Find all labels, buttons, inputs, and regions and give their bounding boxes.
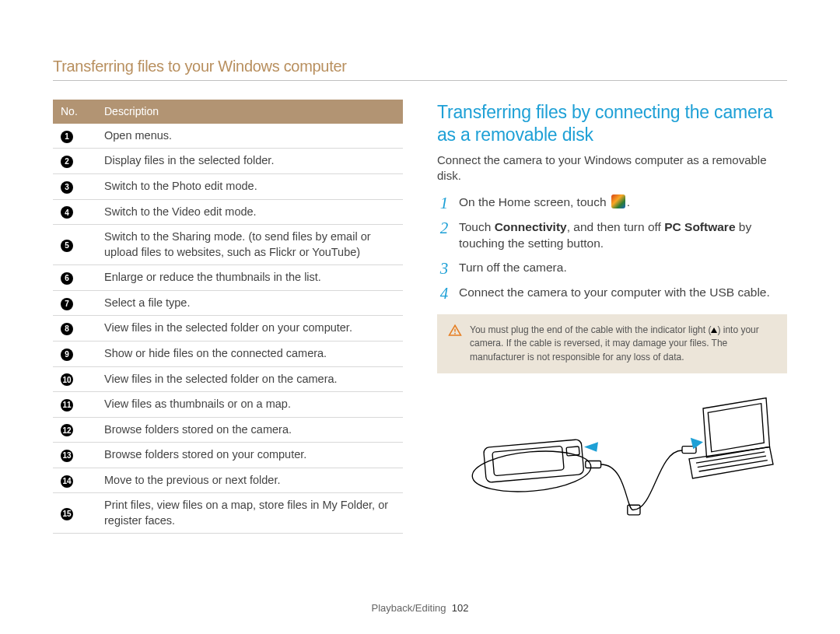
table-row: 1Open menus. [53, 124, 403, 149]
row-description: Browse folders stored on your computer. [96, 443, 403, 468]
row-number: 13 [53, 443, 96, 468]
table-row: 10View files in the selected folder on t… [53, 366, 403, 392]
step-text: On the Home screen, touch [459, 195, 610, 208]
page: Transferring files to your Windows compu… [0, 0, 840, 634]
footer: Playback/Editing 102 [0, 602, 840, 614]
number-bullet-icon: 6 [61, 272, 73, 285]
row-number: 8 [53, 316, 96, 342]
caution-box: You must plug the end of the cable with … [437, 314, 787, 373]
caution-text: You must plug the end of the cable with … [470, 324, 776, 364]
row-number: 5 [53, 225, 96, 265]
svg-marker-13 [691, 438, 703, 449]
svg-point-1 [454, 333, 456, 335]
right-column: Transferring files by connecting the cam… [437, 100, 787, 534]
step-text: . [627, 195, 630, 208]
step-item: 2 Touch Connectivity, and then turn off … [437, 219, 787, 252]
number-bullet-icon: 2 [61, 156, 73, 168]
step-number: 2 [437, 220, 451, 252]
number-bullet-icon: 14 [61, 475, 73, 488]
table-row: 15Print files, view files on a map, stor… [53, 493, 403, 534]
columns: No. Description 1Open menus. 2Display fi… [53, 100, 787, 534]
svg-marker-12 [584, 442, 598, 452]
table-row: 6Enlarge or reduce the thumbnails in the… [53, 265, 403, 291]
svg-rect-3 [483, 440, 583, 483]
number-bullet-icon: 5 [61, 240, 73, 252]
table-row: 3Switch to the Photo edit mode. [53, 174, 403, 200]
step-item: 3 Turn off the camera. [437, 260, 787, 277]
steps-list: 1 On the Home screen, touch . 2 Touch Co… [437, 194, 787, 302]
table-row: 4Switch to the Video edit mode. [53, 199, 403, 225]
row-description: Select a file type. [96, 290, 403, 316]
row-description: Switch to the Photo edit mode. [96, 174, 403, 200]
row-number: 1 [53, 124, 96, 149]
row-description: Switch to the Sharing mode. (to send fil… [96, 225, 403, 265]
number-bullet-icon: 11 [61, 399, 73, 412]
page-title: Transferring files to your Windows compu… [53, 58, 787, 75]
row-number: 10 [53, 366, 96, 392]
footer-page-number: 102 [452, 602, 469, 614]
number-bullet-icon: 13 [61, 450, 73, 462]
number-bullet-icon: 12 [61, 424, 73, 436]
step-text: , and then turn off [567, 220, 665, 233]
settings-app-icon [611, 194, 625, 208]
table-row: 9Show or hide files on the connected cam… [53, 341, 403, 366]
row-description: Browse folders stored on the camera. [96, 417, 403, 443]
row-number: 2 [53, 149, 96, 174]
table-header-description: Description [96, 100, 403, 124]
step-body: Touch Connectivity, and then turn off PC… [459, 219, 787, 252]
step-number: 3 [437, 261, 451, 277]
step-item: 4 Connect the camera to your computer wi… [437, 285, 787, 302]
row-number: 15 [53, 493, 96, 534]
row-description: View files as thumbnails or on a map. [96, 392, 403, 418]
step-item: 1 On the Home screen, touch . [437, 194, 787, 212]
row-description: Open menus. [96, 124, 403, 149]
step-number: 1 [437, 195, 451, 212]
row-number: 11 [53, 392, 96, 418]
step-body: Connect the camera to your computer with… [459, 285, 770, 302]
step-bold: Connectivity [495, 220, 567, 233]
intro-text: Connect the camera to your Windows compu… [437, 152, 787, 184]
number-bullet-icon: 3 [61, 181, 73, 194]
number-bullet-icon: 8 [61, 323, 73, 335]
row-description: Print files, view files on a map, store … [96, 493, 403, 534]
number-bullet-icon: 7 [61, 298, 73, 310]
step-body: On the Home screen, touch . [459, 194, 630, 212]
table-header-row: No. Description [53, 100, 403, 124]
row-number: 9 [53, 341, 96, 366]
svg-rect-6 [586, 461, 601, 468]
number-bullet-icon: 1 [61, 131, 73, 143]
number-bullet-icon: 9 [61, 349, 73, 361]
row-description: Switch to the Video edit mode. [96, 199, 403, 225]
left-column: No. Description 1Open menus. 2Display fi… [53, 100, 403, 534]
row-number: 6 [53, 265, 96, 291]
table-row: 13Browse folders stored on your computer… [53, 443, 403, 468]
table-row: 14Move to the previous or next folder. [53, 468, 403, 493]
step-text: Touch [459, 220, 495, 233]
step-number: 4 [437, 285, 451, 302]
row-description: Show or hide files on the connected came… [96, 341, 403, 366]
number-bullet-icon: 15 [61, 508, 73, 520]
table-row: 5Switch to the Sharing mode. (to send fi… [53, 225, 403, 265]
table-row: 11View files as thumbnails or on a map. [53, 392, 403, 418]
row-number: 3 [53, 174, 96, 200]
number-bullet-icon: 4 [61, 206, 73, 219]
caution-text-part: You must plug the end of the cable with … [470, 324, 711, 335]
svg-point-2 [471, 447, 593, 496]
table-row: 12Browse folders stored on the camera. [53, 417, 403, 443]
row-description: Move to the previous or next folder. [96, 468, 403, 493]
row-number: 7 [53, 290, 96, 316]
footer-section: Playback/Editing [371, 602, 446, 614]
caution-icon [448, 324, 462, 338]
svg-rect-4 [492, 446, 564, 475]
row-number: 14 [53, 468, 96, 493]
table-row: 7Select a file type. [53, 290, 403, 316]
table-row: 8View files in the selected folder on yo… [53, 316, 403, 342]
step-bold: PC Software [664, 220, 735, 233]
row-description: Enlarge or reduce the thumbnails in the … [96, 265, 403, 291]
row-number: 12 [53, 417, 96, 443]
connection-diagram [437, 387, 787, 527]
table-header-no: No. [53, 100, 96, 124]
row-description: Display files in the selected folder. [96, 149, 403, 174]
title-rule [53, 80, 787, 81]
row-description: View files in the selected folder on you… [96, 316, 403, 342]
